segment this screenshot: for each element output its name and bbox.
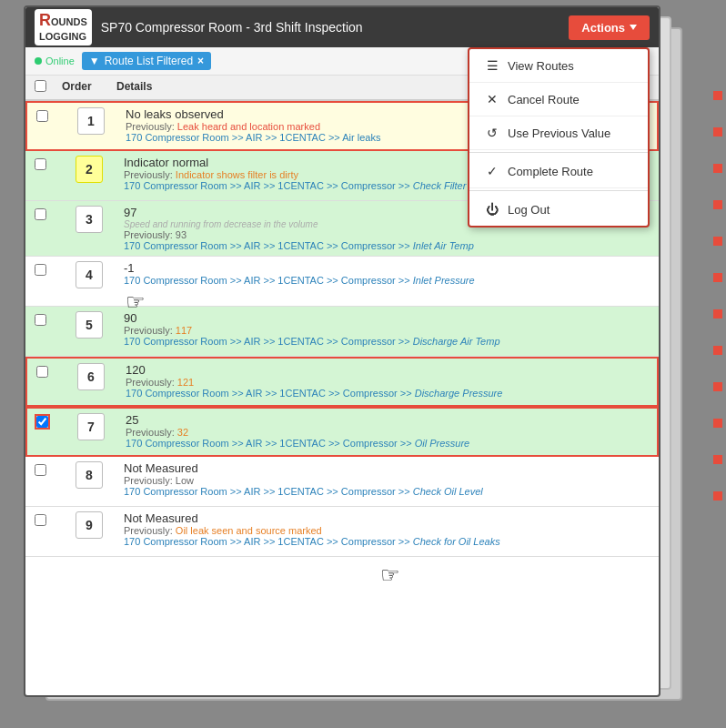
detail-path: 170 Compressor Room >> AIR >> 1CENTAC >>… bbox=[126, 438, 648, 449]
complete-route-item[interactable]: ✓ Complete Route bbox=[469, 155, 648, 188]
cancel-icon: ✕ bbox=[484, 92, 500, 106]
scroll-dot bbox=[713, 164, 722, 173]
online-dot bbox=[35, 57, 42, 65]
row-checkbox[interactable] bbox=[35, 511, 62, 526]
filter-icon: ▼ bbox=[89, 55, 100, 67]
row-checkbox[interactable] bbox=[35, 156, 62, 170]
table-row: 9 Not Measured Previously: Oil leak seen… bbox=[25, 507, 659, 557]
detail-path: 170 Compressor Room >> AIR >> 1CENTAC >>… bbox=[126, 388, 648, 399]
scroll-dot bbox=[713, 127, 722, 136]
scroll-dot bbox=[713, 455, 722, 464]
scroll-dot bbox=[713, 273, 722, 282]
table-row: 6 120 Previously: 121 170 Compressor Roo… bbox=[25, 357, 659, 407]
row-order: 5 bbox=[62, 311, 116, 339]
header: ROUNDSLOGGING SP70 Compressor Room - 3rd… bbox=[25, 7, 659, 47]
routes-icon: ☰ bbox=[484, 58, 500, 73]
row-order: 6 bbox=[64, 363, 118, 390]
detail-prev2: Previously: 93 bbox=[124, 229, 650, 240]
row-details: 25 Previously: 32 170 Compressor Room >>… bbox=[118, 413, 648, 449]
order-badge: 1 bbox=[77, 107, 105, 135]
scroll-dot bbox=[713, 382, 722, 391]
detail-prev: Previously: 32 bbox=[126, 427, 648, 438]
detail-prev: Previously: 117 bbox=[124, 325, 650, 336]
refresh-icon: ↺ bbox=[484, 126, 500, 140]
online-status: Online bbox=[35, 56, 75, 66]
detail-value: 25 bbox=[126, 413, 648, 427]
scroll-dot bbox=[713, 309, 722, 318]
order-badge: 5 bbox=[76, 311, 103, 339]
table-row: 7 25 Previously: 32 170 Compressor Room … bbox=[25, 407, 659, 457]
checkmark-icon: ✓ bbox=[484, 164, 500, 178]
detail-value: 120 bbox=[126, 363, 648, 377]
scroll-dot bbox=[713, 491, 722, 500]
row-details: 90 Previously: 117 170 Compressor Room >… bbox=[116, 311, 650, 347]
scroll-dot bbox=[713, 346, 722, 355]
window-title: SP70 Compressor Room - 3rd Shift Inspect… bbox=[101, 20, 363, 35]
scroll-dot bbox=[713, 200, 722, 209]
table-row: 5 90 Previously: 117 170 Compressor Room… bbox=[25, 307, 659, 357]
logout-item[interactable]: ⏻ Log Out bbox=[469, 193, 648, 226]
table-row: 8 Not Measured Previously: Low 170 Compr… bbox=[25, 457, 659, 507]
row-order: 3 bbox=[62, 206, 116, 233]
row-details: 120 Previously: 121 170 Compressor Room … bbox=[118, 363, 648, 399]
detail-value: Not Measured bbox=[124, 511, 650, 525]
row-checkbox[interactable] bbox=[35, 311, 62, 326]
row-checkbox[interactable] bbox=[35, 461, 62, 476]
col-checkbox bbox=[35, 80, 62, 95]
main-window: ROUNDSLOGGING SP70 Compressor Room - 3rd… bbox=[24, 5, 660, 697]
order-badge: 2 bbox=[76, 156, 103, 183]
order-badge: 6 bbox=[77, 363, 105, 390]
detail-path: 170 Compressor Room >> AIR >> 1CENTAC >>… bbox=[124, 536, 650, 547]
filter-badge[interactable]: ▼ Route List Filtered × bbox=[82, 52, 211, 70]
detail-path: 170 Compressor Room >> AIR >> 1CENTAC >>… bbox=[124, 275, 650, 286]
row-checkbox[interactable] bbox=[36, 363, 64, 378]
row-checkbox[interactable] bbox=[35, 206, 62, 220]
view-routes-item[interactable]: ☰ View Routes bbox=[469, 49, 648, 83]
order-badge: 7 bbox=[77, 413, 105, 440]
scroll-dot bbox=[713, 237, 722, 246]
row-checkbox[interactable] bbox=[36, 107, 64, 122]
order-badge: 8 bbox=[76, 461, 103, 489]
order-badge: 4 bbox=[76, 261, 103, 288]
detail-value: Not Measured bbox=[124, 461, 650, 475]
select-all-checkbox[interactable] bbox=[35, 80, 46, 92]
detail-value: 90 bbox=[124, 311, 650, 325]
row-checkbox[interactable] bbox=[36, 413, 64, 428]
scroll-indicators bbox=[713, 91, 722, 500]
use-previous-item[interactable]: ↺ Use Previous Value bbox=[469, 116, 648, 150]
row-details: Not Measured Previously: Oil leak seen a… bbox=[116, 511, 650, 547]
row-details: Not Measured Previously: Low 170 Compres… bbox=[116, 461, 650, 497]
row-details: -1 170 Compressor Room >> AIR >> 1CENTAC… bbox=[116, 261, 650, 286]
actions-dropdown: ☰ View Routes ✕ Cancel Route ↺ Use Previ… bbox=[468, 47, 650, 228]
detail-prev: Previously: 121 bbox=[126, 377, 648, 388]
row-order: 2 bbox=[62, 156, 116, 183]
menu-divider bbox=[469, 152, 648, 153]
power-icon: ⏻ bbox=[484, 202, 500, 217]
filter-close[interactable]: × bbox=[197, 55, 204, 67]
cancel-route-item[interactable]: ✕ Cancel Route bbox=[469, 83, 648, 116]
detail-prev: Previously: Oil leak seen and source mar… bbox=[124, 525, 650, 536]
table-row: 4 -1 170 Compressor Room >> AIR >> 1CENT… bbox=[25, 257, 659, 307]
order-badge: 3 bbox=[76, 206, 103, 233]
row-order: 8 bbox=[62, 461, 116, 489]
detail-prev: Previously: Low bbox=[124, 475, 650, 486]
col-order-header: Order bbox=[62, 80, 116, 95]
order-badge: 9 bbox=[76, 511, 103, 539]
row-order: 1 bbox=[64, 107, 118, 135]
detail-path: 170 Compressor Room >> AIR >> 1CENTAC >>… bbox=[124, 486, 650, 497]
scroll-dot bbox=[713, 419, 722, 428]
logo: ROUNDSLOGGING bbox=[35, 9, 92, 46]
row-order: 9 bbox=[62, 511, 116, 539]
row-order: 7 bbox=[64, 413, 118, 440]
caret-icon bbox=[630, 25, 637, 30]
actions-button[interactable]: Actions bbox=[569, 15, 650, 40]
menu-divider2 bbox=[469, 190, 648, 191]
scroll-dot bbox=[713, 91, 722, 100]
detail-value: -1 bbox=[124, 261, 650, 275]
row-checkbox[interactable] bbox=[35, 261, 62, 276]
row-order: 4 bbox=[62, 261, 116, 288]
detail-path: 170 Compressor Room >> AIR >> 1CENTAC >>… bbox=[124, 336, 650, 347]
detail-path: 170 Compressor Room >> AIR >> 1CENTAC >>… bbox=[124, 240, 650, 251]
